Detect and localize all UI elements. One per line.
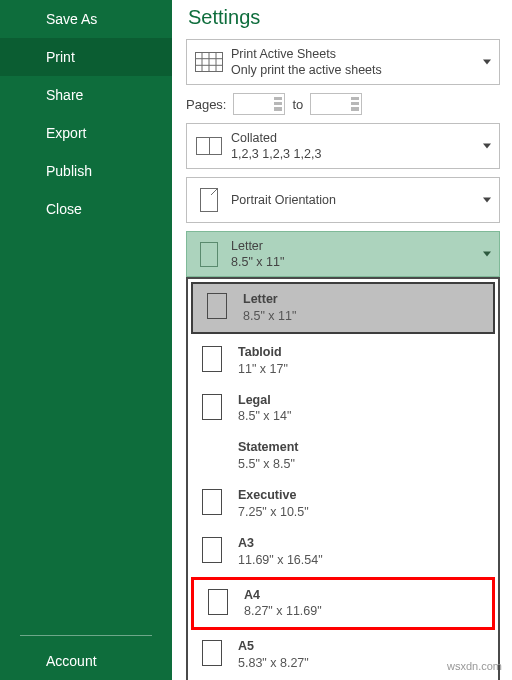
page-icon (202, 640, 222, 666)
page-icon (207, 293, 227, 319)
size-dim: 8.5" x 11" (243, 308, 296, 325)
collated-icon (187, 124, 231, 168)
size-option-statement[interactable]: Statement5.5" x 8.5" (188, 432, 498, 480)
page-icon (202, 489, 222, 515)
pages-from-input[interactable] (233, 93, 285, 115)
size-name: Statement (238, 439, 298, 456)
orientation-title: Portrait Orientation (231, 192, 336, 208)
page-icon (202, 537, 222, 563)
size-name: Tabloid (238, 344, 288, 361)
menu-close[interactable]: Close (0, 190, 172, 228)
print-what-sub: Only print the active sheets (231, 62, 382, 78)
menu-print[interactable]: Print (0, 38, 172, 76)
print-what-dropdown[interactable]: Print Active Sheets Only print the activ… (186, 39, 500, 85)
chevron-down-icon (483, 144, 491, 149)
page-size-sub: 8.5" x 11" (231, 254, 284, 270)
size-dim: 5.5" x 8.5" (238, 456, 298, 473)
pages-row: Pages: to (186, 93, 500, 115)
page-icon (208, 589, 228, 615)
size-name: Executive (238, 487, 309, 504)
page-size-title: Letter (231, 238, 284, 254)
size-dim: 5.83" x 8.27" (238, 655, 309, 672)
settings-heading: Settings (188, 6, 500, 29)
size-option-legal[interactable]: Legal8.5" x 14" (188, 385, 498, 433)
pages-to-input[interactable] (310, 93, 362, 115)
chevron-down-icon (483, 198, 491, 203)
size-option-letter[interactable]: Letter8.5" x 11" (191, 282, 495, 334)
size-option-tabloid[interactable]: Tabloid11" x 17" (188, 337, 498, 385)
collation-title: Collated (231, 130, 321, 146)
page-icon (202, 394, 222, 420)
page-size-list: Letter8.5" x 11"Tabloid11" x 17"Legal8.5… (186, 277, 500, 680)
size-option-executive[interactable]: Executive7.25" x 10.5" (188, 480, 498, 528)
size-name: A3 (238, 535, 323, 552)
settings-panel: Settings Print Active Sheets Only print … (172, 0, 512, 680)
orientation-dropdown[interactable]: Portrait Orientation (186, 177, 500, 223)
size-name: Letter (243, 291, 296, 308)
sheets-icon (187, 40, 231, 84)
menu-publish[interactable]: Publish (0, 152, 172, 190)
watermark: wsxdn.com (447, 660, 502, 672)
collation-sub: 1,2,3 1,2,3 1,2,3 (231, 146, 321, 162)
portrait-icon (187, 178, 231, 222)
size-option-a3[interactable]: A311.69" x 16.54" (188, 528, 498, 576)
backstage-sidebar: Save As Print Share Export Publish Close… (0, 0, 172, 680)
size-dim: 8.5" x 14" (238, 408, 291, 425)
pages-to-label: to (292, 97, 303, 112)
menu-export[interactable]: Export (0, 114, 172, 152)
collation-dropdown[interactable]: Collated 1,2,3 1,2,3 1,2,3 (186, 123, 500, 169)
page-icon (202, 346, 222, 372)
pages-label: Pages: (186, 97, 226, 112)
print-what-title: Print Active Sheets (231, 46, 382, 62)
menu-share[interactable]: Share (0, 76, 172, 114)
size-dim: 11.69" x 16.54" (238, 552, 323, 569)
menu-account[interactable]: Account (0, 642, 172, 680)
sidebar-divider (20, 635, 152, 636)
chevron-down-icon (483, 252, 491, 257)
size-option-a4[interactable]: A48.27" x 11.69" (191, 577, 495, 631)
size-dim: 7.25" x 10.5" (238, 504, 309, 521)
size-name: Legal (238, 392, 291, 409)
chevron-down-icon (483, 60, 491, 65)
size-dim: 11" x 17" (238, 361, 288, 378)
menu-save-as[interactable]: Save As (0, 0, 172, 38)
size-dim: 8.27" x 11.69" (244, 603, 322, 620)
page-icon (187, 232, 231, 276)
page-size-dropdown[interactable]: Letter 8.5" x 11" (186, 231, 500, 277)
size-name: A5 (238, 638, 309, 655)
size-name: A4 (244, 587, 322, 604)
